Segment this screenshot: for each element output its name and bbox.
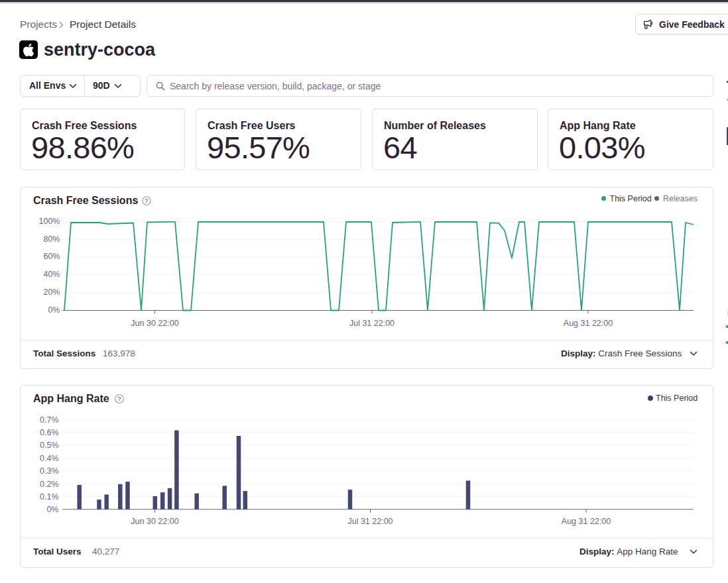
svg-text:Aug 31 22:00: Aug 31 22:00 [562, 517, 611, 526]
svg-text:60%: 60% [43, 252, 60, 261]
svg-text:0.2%: 0.2% [40, 480, 59, 489]
svg-text:0.4%: 0.4% [40, 454, 59, 463]
svg-text:Jun 30 22:00: Jun 30 22:00 [131, 517, 178, 526]
svg-text:Jul 31 22:00: Jul 31 22:00 [349, 319, 394, 328]
svg-text:80%: 80% [43, 235, 60, 244]
svg-text:0.3%: 0.3% [40, 466, 59, 476]
svg-text:40%: 40% [43, 270, 60, 279]
svg-text:0%: 0% [48, 305, 60, 315]
svg-text:Jul 31 22:00: Jul 31 22:00 [347, 517, 393, 526]
svg-text:0.7%: 0.7% [40, 415, 59, 425]
svg-text:Aug 31 22:00: Aug 31 22:00 [564, 319, 613, 328]
svg-text:Jun 30 22:00: Jun 30 22:00 [131, 319, 178, 328]
svg-text:0.1%: 0.1% [40, 492, 59, 502]
svg-text:0.5%: 0.5% [40, 441, 59, 450]
svg-text:100%: 100% [39, 217, 60, 226]
svg-text:0%: 0% [46, 505, 58, 514]
svg-text:0.6%: 0.6% [40, 428, 59, 437]
svg-text:20%: 20% [43, 288, 60, 297]
